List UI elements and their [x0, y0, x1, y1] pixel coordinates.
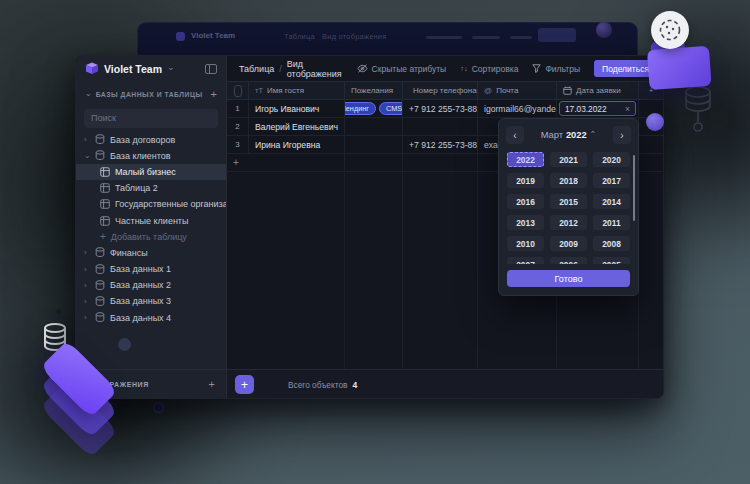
prev-month-button[interactable]: ‹: [506, 126, 524, 144]
sidebar-item-table-2[interactable]: Таблица 2: [76, 180, 226, 196]
year-option[interactable]: 2007: [507, 257, 544, 264]
chevron-down-icon: ⌄: [167, 62, 175, 72]
cell-phone[interactable]: [403, 118, 478, 135]
year-option[interactable]: 2018: [550, 173, 587, 188]
decor-dot-sidebar-small: [142, 313, 147, 318]
column-header-name[interactable]: тТ Имя гостя: [249, 82, 345, 99]
chevron-right-icon: ›: [84, 135, 90, 144]
cell-name[interactable]: Игорь Иванович: [249, 100, 345, 117]
sidebar-item-db-clients[interactable]: ⌄ База клиентов: [76, 148, 226, 164]
column-header-date[interactable]: Дата заявки: [557, 82, 639, 99]
tag-cms[interactable]: CMS: [379, 102, 403, 115]
year-grid-scrollbar[interactable]: [633, 155, 635, 221]
sidebar-item-label: База договоров: [110, 135, 175, 145]
cell-email[interactable]: igormail66@yandex.ru: [478, 100, 557, 117]
cell-name[interactable]: Ирина Игоревна: [249, 136, 345, 153]
year-option-selected[interactable]: 2022: [507, 152, 544, 167]
sidebar-section-header[interactable]: ⌄ БАЗЫ ДАННЫХ И ТАБЛИЦЫ +: [76, 87, 226, 101]
month-year-selector[interactable]: Март 2022 ⌃: [541, 130, 597, 140]
sidebar-item-table-government[interactable]: Государственные организации: [76, 196, 226, 212]
cell-name[interactable]: Валерий Евгеньевич: [249, 118, 345, 135]
year-label: 2022: [566, 130, 587, 140]
add-database-icon[interactable]: +: [211, 89, 217, 100]
year-option[interactable]: 2016: [507, 194, 544, 209]
add-table-label: Добавить таблицу: [111, 232, 187, 242]
column-header-phone[interactable]: Номер телефона: [403, 82, 478, 99]
year-option[interactable]: 2011: [593, 215, 630, 230]
sidebar-item-label: База данных 3: [110, 296, 171, 306]
year-option[interactable]: 2010: [507, 236, 544, 251]
plus-icon: +: [100, 232, 106, 242]
select-all-cell[interactable]: [227, 82, 249, 99]
column-header-email[interactable]: @ Почта: [478, 82, 557, 99]
sidebar-item-label: База клиентов: [110, 151, 171, 161]
year-option[interactable]: 2006: [550, 257, 587, 264]
chevron-right-icon: ›: [84, 313, 90, 322]
sidebar-item-db-1[interactable]: › База данных 1: [76, 261, 226, 277]
sidebar-item-table-private-clients[interactable]: Частные клиенты: [76, 212, 226, 228]
collapse-sidebar-icon[interactable]: [205, 64, 217, 74]
decor-ring-dot: [153, 402, 164, 413]
hidden-attributes-button[interactable]: Скрытые атрибуты: [357, 64, 447, 74]
breadcrumb-table[interactable]: Таблица: [239, 64, 274, 74]
done-button[interactable]: Готово: [507, 270, 630, 287]
breadcrumb-view[interactable]: Вид отображения: [287, 59, 343, 79]
view-toolbar: Таблица / Вид отображения Скрытые атрибу…: [227, 56, 663, 81]
next-month-button[interactable]: ›: [613, 126, 631, 144]
year-option[interactable]: 2017: [593, 173, 630, 188]
add-view-icon[interactable]: +: [209, 379, 215, 390]
sidebar-item-db-3[interactable]: › База данных 3: [76, 293, 226, 309]
sidebar-item-label: База данных 4: [110, 313, 171, 323]
cell-wishes[interactable]: ЛендингCMS: [345, 100, 403, 117]
add-row-cell: [403, 154, 478, 171]
search-input[interactable]: [84, 109, 218, 128]
at-icon: @: [484, 86, 492, 95]
year-option[interactable]: 2013: [507, 215, 544, 230]
hidden-attributes-label: Скрытые атрибуты: [372, 64, 447, 74]
date-input[interactable]: 17.03.2022 ×: [559, 101, 636, 116]
sorting-button[interactable]: ↑↓ Сортировка: [460, 64, 518, 74]
year-option[interactable]: 2020: [593, 152, 630, 167]
sidebar-item-db-2[interactable]: › База данных 2: [76, 277, 226, 293]
year-option[interactable]: 2019: [507, 173, 544, 188]
cell-phone[interactable]: +7 912 255-73-88: [403, 100, 478, 117]
year-option[interactable]: 2015: [550, 194, 587, 209]
clear-date-icon[interactable]: ×: [625, 104, 630, 114]
sidebar-item-db-4[interactable]: › База данных 4: [76, 310, 226, 326]
total-objects-value: 4: [352, 380, 357, 390]
year-option[interactable]: 2008: [593, 236, 630, 251]
sidebar-item-table-small-business[interactable]: Малый бизнес: [76, 164, 226, 180]
table-row-1[interactable]: 1 Игорь Иванович ЛендингCMS +7 912 255-7…: [227, 100, 663, 118]
calendar-icon: [563, 86, 572, 95]
sidebar-item-label: Таблица 2: [115, 183, 158, 193]
sorting-label: Сортировка: [472, 64, 519, 74]
chevron-right-icon: ›: [84, 281, 90, 290]
row-number: 2: [227, 118, 249, 135]
breadcrumb[interactable]: Таблица / Вид отображения: [239, 59, 343, 79]
filters-button[interactable]: Фильтры: [532, 64, 580, 74]
column-header-wishes[interactable]: Пожелания: [345, 82, 403, 99]
ghost-breadcrumb: Таблица Вид отображения: [284, 32, 392, 41]
year-option[interactable]: 2005: [593, 257, 630, 264]
column-separator: [344, 166, 345, 369]
tag-landing[interactable]: Лендинг: [345, 102, 376, 115]
year-option[interactable]: 2014: [593, 194, 630, 209]
workspace-switcher[interactable]: Violet Team ⌄: [76, 56, 226, 81]
checkbox-icon[interactable]: [234, 85, 242, 97]
cell-wishes[interactable]: [345, 136, 403, 153]
ghost-toolbar-item: [472, 36, 500, 39]
cell-phone[interactable]: +7 912 255-73-88: [403, 136, 478, 153]
sidebar-item-db-contracts[interactable]: › База договоров: [76, 132, 226, 148]
sidebar-add-table[interactable]: + Добавить таблицу: [76, 229, 226, 245]
add-record-button[interactable]: +: [235, 375, 254, 394]
breadcrumb-separator: /: [279, 64, 282, 74]
year-option[interactable]: 2021: [550, 152, 587, 167]
cell-wishes[interactable]: [345, 118, 403, 135]
cell-date-active[interactable]: 17.03.2022 ×: [557, 100, 639, 117]
sidebar-item-db-finance[interactable]: › Финансы: [76, 245, 226, 261]
column-separator: [402, 166, 403, 369]
decor-database-outline-icon: [682, 84, 716, 134]
year-option[interactable]: 2012: [550, 215, 587, 230]
year-option[interactable]: 2009: [550, 236, 587, 251]
plus-icon: +: [241, 378, 248, 392]
